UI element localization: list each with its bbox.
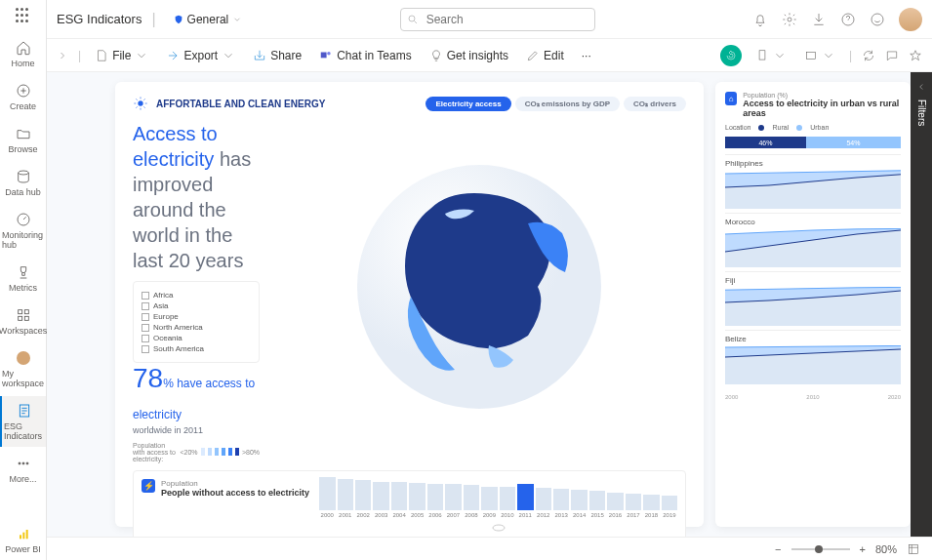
legend: LocationRuralUrban — [725, 124, 901, 131]
world-map[interactable] — [271, 111, 686, 462]
gauge-icon — [15, 211, 32, 228]
fit-page-icon[interactable] — [907, 542, 920, 556]
slider-handle-icon[interactable] — [492, 524, 506, 532]
svg-rect-18 — [321, 52, 327, 58]
rail-myworkspace[interactable]: My workspace — [0, 343, 46, 394]
urban-rural-card: ⌂ Population (%) Access to electricity i… — [715, 82, 911, 527]
mini-chart[interactable]: Belize — [725, 330, 901, 388]
svg-point-14 — [409, 16, 415, 21]
rail-powerbi[interactable]: Power BI — [0, 519, 46, 560]
report-toolbar: | File Export Share Chat in Teams Get in… — [47, 39, 932, 72]
stacked-bar[interactable]: 46% 54% — [725, 137, 901, 148]
svg-rect-20 — [759, 50, 765, 59]
svg-point-15 — [788, 18, 791, 21]
svg-point-22 — [138, 100, 142, 105]
home-icon — [15, 39, 32, 57]
expand-nav-icon[interactable] — [57, 50, 68, 61]
rail-browse[interactable]: Browse — [0, 119, 46, 160]
zoom-out[interactable]: − — [775, 543, 781, 555]
card-tag: AFFORTABLE AND CLEAN ENERGY — [156, 99, 325, 109]
left-nav-rail: Home Create Browse Data hub Monitoring h… — [0, 0, 47, 560]
bolt-icon: ⚡ — [142, 479, 155, 493]
teams-icon — [319, 49, 333, 62]
chevron-down-icon — [135, 49, 148, 62]
status-bar: − + 80% — [47, 537, 932, 560]
svg-point-24 — [493, 525, 505, 531]
svg-point-8 — [19, 462, 20, 464]
file-button[interactable]: File — [91, 47, 152, 64]
help-icon[interactable] — [840, 12, 856, 27]
top-bar: ESG Indicators | General — [47, 0, 932, 39]
pill-co2-drivers[interactable]: CO₂ drivers — [624, 97, 686, 111]
svg-rect-13 — [25, 530, 27, 539]
mini-chart[interactable]: Fiji — [725, 271, 901, 330]
timeline-bars[interactable]: 2000200120022003200420052006200720082009… — [319, 479, 677, 518]
rail-datahub[interactable]: Data hub — [0, 162, 46, 203]
bell-icon[interactable] — [752, 12, 768, 27]
svg-rect-11 — [20, 535, 21, 539]
settings-icon[interactable] — [782, 12, 797, 27]
search-box[interactable] — [400, 8, 595, 31]
refresh-icon[interactable] — [862, 49, 875, 62]
svg-point-19 — [327, 51, 331, 55]
folder-icon — [15, 125, 32, 142]
view-button[interactable] — [800, 47, 839, 64]
grid-icon — [15, 306, 32, 324]
overflow-button[interactable]: ··· — [578, 47, 595, 64]
zoom-slider[interactable] — [791, 548, 850, 550]
trophy-icon — [15, 263, 32, 281]
bookmark-icon — [755, 49, 769, 62]
export-button[interactable]: Export — [162, 47, 239, 64]
filters-pane-toggle[interactable]: Filters — [911, 72, 932, 537]
rail-create[interactable]: Create — [0, 76, 46, 117]
report-icon — [16, 402, 33, 420]
shield-icon — [174, 15, 183, 24]
rail-metrics[interactable]: Metrics — [0, 258, 46, 299]
sun-icon — [133, 96, 148, 111]
star-icon[interactable] — [909, 49, 922, 62]
pill-electricity[interactable]: Electricity access — [425, 97, 510, 111]
svg-point-1 — [18, 171, 28, 175]
export-icon — [166, 49, 180, 62]
svg-rect-12 — [22, 533, 24, 540]
user-avatar[interactable] — [899, 8, 922, 31]
database-icon — [15, 168, 32, 185]
svg-rect-4 — [24, 310, 28, 314]
comment-icon[interactable] — [885, 49, 899, 62]
pencil-icon — [526, 49, 540, 62]
share-button[interactable]: Share — [249, 47, 305, 64]
zoom-level: 80% — [875, 543, 897, 555]
headline: Access to electricity has improved aroun… — [133, 121, 260, 273]
file-icon — [95, 49, 108, 62]
rail-more[interactable]: More... — [0, 449, 46, 490]
rail-home[interactable]: Home — [0, 33, 46, 74]
mini-chart[interactable]: Morocco — [725, 213, 901, 271]
svg-rect-3 — [18, 310, 21, 314]
svg-point-9 — [22, 462, 24, 464]
chevron-down-icon — [232, 15, 242, 24]
chat-teams-button[interactable]: Chat in Teams — [315, 47, 415, 64]
view-icon — [804, 49, 818, 62]
search-input[interactable] — [400, 8, 595, 31]
bookmark-button[interactable] — [751, 47, 790, 64]
app-launcher-icon[interactable] — [16, 8, 31, 23]
chevron-down-icon — [222, 49, 235, 62]
timeline-card: ⚡ Population People without access to el… — [133, 470, 686, 537]
feedback-icon[interactable] — [870, 12, 885, 27]
edit-button[interactable]: Edit — [522, 47, 568, 64]
reset-button[interactable] — [720, 45, 742, 66]
more-icon — [15, 455, 32, 472]
zoom-in[interactable]: + — [860, 543, 866, 555]
color-scale: Population with access to electricity: <… — [133, 442, 260, 462]
workspace-selector[interactable]: General — [166, 11, 251, 28]
rail-workspaces[interactable]: Workspaces — [0, 300, 46, 341]
rail-esg-indicators[interactable]: ESG Indicators — [0, 396, 46, 447]
download-icon[interactable] — [811, 12, 827, 27]
avatar-icon — [15, 349, 32, 367]
insights-button[interactable]: Get insights — [425, 47, 512, 64]
region-filter[interactable]: Africa Asia Europe North America Oceania… — [133, 281, 260, 363]
chevron-left-icon — [916, 82, 926, 92]
rail-monitor[interactable]: Monitoring hub — [0, 205, 46, 256]
pill-co2-gdp[interactable]: CO₂ emissions by GDP — [515, 97, 620, 111]
mini-chart[interactable]: Philippines — [725, 154, 901, 213]
